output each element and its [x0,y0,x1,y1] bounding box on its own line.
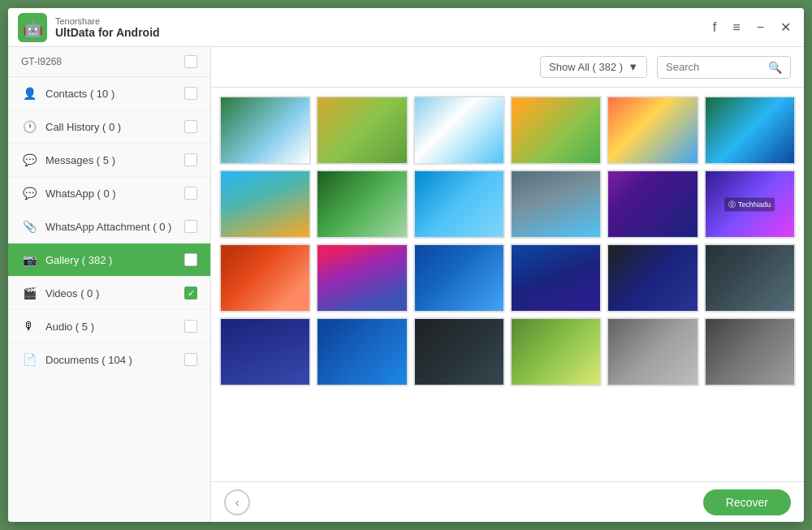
sidebar-checkbox-call-history[interactable] [184,120,197,133]
search-box: 🔍 [657,56,791,79]
sidebar-label-whatsapp: WhatsApp ( 0 ) [45,187,184,200]
sidebar-label-messages: Messages ( 5 ) [45,154,184,166]
sidebar-checkbox-gallery[interactable] [184,253,197,266]
sidebar-icon-gallery: 📷 [21,252,37,268]
app-logo: 🤖 [18,13,47,42]
sidebar-items-container: 👤 Contacts ( 10 ) 🕐 Call History ( 0 ) 💬… [8,77,210,377]
gallery-item[interactable] [219,170,311,239]
sidebar-item-messages[interactable]: 💬 Messages ( 5 ) [8,144,210,177]
gallery-item[interactable] [219,96,311,165]
gallery-item[interactable] [413,243,505,312]
gallery-thumbnail [221,245,309,311]
sidebar-item-documents[interactable]: 📄 Documents ( 104 ) [8,343,210,377]
sidebar-icon-call-history: 🕐 [21,118,37,135]
gallery-thumbnail [415,171,503,237]
gallery-item[interactable] [510,170,602,239]
main-layout: GT-I9268 👤 Contacts ( 10 ) 🕐 Call Histor… [8,47,804,522]
gallery-item[interactable]: ⓪ TechNadu [704,170,796,239]
search-icon: 🔍 [768,61,782,74]
device-checkbox[interactable] [184,55,197,68]
gallery-item[interactable] [704,96,796,165]
recover-button[interactable]: Recover [703,489,791,515]
gallery-item[interactable] [607,96,698,165]
gallery-thumbnail [317,171,406,237]
gallery-thumbnail [221,171,309,237]
gallery-thumbnail [608,245,697,311]
gallery-item[interactable] [704,317,796,386]
sidebar-icon-whatsapp-attachment: 📎 [21,218,37,235]
sidebar-item-call-history[interactable]: 🕐 Call History ( 0 ) [8,110,210,144]
gallery-item[interactable] [413,170,505,239]
gallery-item[interactable] [316,243,408,312]
sidebar-checkbox-audio[interactable] [184,320,197,333]
sidebar-icon-whatsapp: 💬 [21,185,37,201]
device-name: GT-I9268 [21,56,62,67]
gallery-thumbnail [221,97,309,163]
gallery-thumbnail [317,97,406,163]
gallery-item[interactable] [510,317,602,386]
gallery-item[interactable] [510,96,602,165]
gallery-thumbnail [317,319,406,385]
gallery-thumbnail [512,171,600,237]
sidebar-label-videos: Videos ( 0 ) [45,287,184,299]
product-label: UltData for Android [55,26,710,39]
sidebar-label-whatsapp-attachment: WhatsApp Attachment ( 0 ) [45,221,184,233]
sidebar-checkbox-documents[interactable] [184,353,197,366]
sidebar-item-whatsapp[interactable]: 💬 WhatsApp ( 0 ) [8,177,210,210]
sidebar-icon-audio: 🎙 [21,318,37,334]
dropdown-arrow-icon: ▼ [628,61,638,73]
bottom-bar: ‹ Recover [211,481,804,522]
minimize-icon[interactable]: − [754,17,767,38]
sidebar-item-whatsapp-attachment[interactable]: 📎 WhatsApp Attachment ( 0 ) [8,210,210,243]
show-all-dropdown[interactable]: Show All ( 382 ) ▼ [540,56,647,78]
back-button[interactable]: ‹ [224,489,250,515]
gallery-item[interactable] [607,170,698,239]
gallery-item[interactable] [316,317,408,386]
sidebar-item-gallery[interactable]: 📷 Gallery ( 382 ) [8,243,210,277]
gallery-thumbnail [706,319,794,385]
show-all-label: Show All ( 382 ) [549,61,623,73]
search-input[interactable] [666,61,763,73]
gallery-thumbnail [706,97,794,163]
gallery-thumbnail [317,245,406,311]
sidebar-checkbox-contacts[interactable] [184,87,197,100]
sidebar-label-gallery: Gallery ( 382 ) [45,254,184,266]
gallery-scroll[interactable]: ⓪ TechNadu [211,88,804,481]
gallery-item[interactable] [316,96,408,165]
gallery-thumbnail [706,245,794,311]
close-icon[interactable]: ✕ [777,16,794,38]
svg-text:🤖: 🤖 [23,19,43,38]
sidebar-icon-messages: 💬 [21,152,37,168]
gallery-item[interactable] [510,243,602,312]
gallery-item[interactable] [704,243,796,312]
content-area: Show All ( 382 ) ▼ 🔍 ⓪ TechNadu ‹ Recove… [211,47,804,522]
sidebar-label-contacts: Contacts ( 10 ) [45,88,184,100]
gallery-item[interactable] [413,96,505,165]
facebook-icon[interactable]: f [710,17,719,38]
sidebar-checkbox-videos[interactable] [184,287,197,299]
sidebar-icon-videos: 🎬 [21,285,37,301]
gallery-grid: ⓪ TechNadu [219,96,796,386]
gallery-item[interactable] [219,317,311,386]
sidebar-item-videos[interactable]: 🎬 Videos ( 0 ) [8,277,210,310]
sidebar-label-call-history: Call History ( 0 ) [45,121,184,133]
gallery-item[interactable] [316,170,408,239]
gallery-thumbnail [221,319,309,385]
sidebar-checkbox-whatsapp[interactable] [184,187,197,200]
device-label: GT-I9268 [8,47,210,77]
sidebar-label-audio: Audio ( 5 ) [45,321,184,333]
gallery-thumbnail [415,97,503,163]
gallery-thumbnail [608,319,697,385]
menu-icon[interactable]: ≡ [729,17,743,38]
sidebar-item-contacts[interactable]: 👤 Contacts ( 10 ) [8,77,210,110]
sidebar-label-documents: Documents ( 104 ) [45,354,184,366]
sidebar-checkbox-messages[interactable] [184,153,197,166]
gallery-item[interactable] [413,317,505,386]
gallery-item[interactable] [607,317,698,386]
gallery-item[interactable] [219,243,311,312]
gallery-thumbnail [415,245,503,311]
sidebar-item-audio[interactable]: 🎙 Audio ( 5 ) [8,310,210,343]
sidebar: GT-I9268 👤 Contacts ( 10 ) 🕐 Call Histor… [8,47,211,522]
sidebar-checkbox-whatsapp-attachment[interactable] [184,220,197,233]
gallery-item[interactable] [607,243,698,312]
